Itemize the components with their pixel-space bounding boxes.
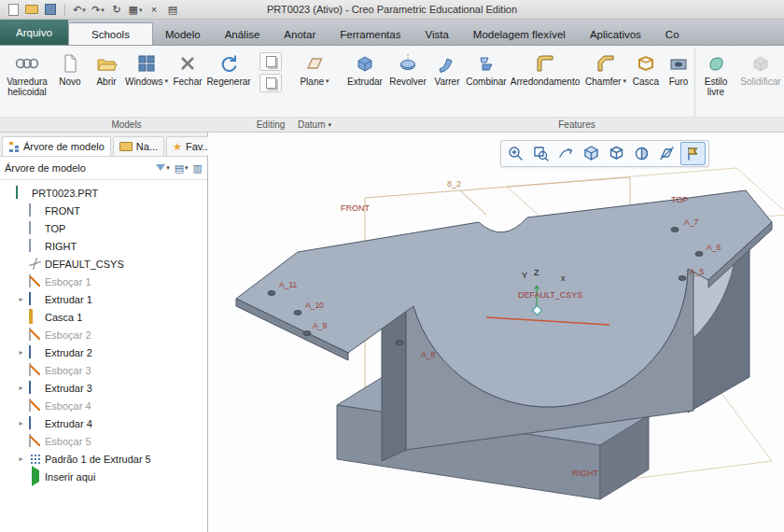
tree-item-right[interactable]: RIGHT <box>0 237 207 255</box>
tree-settings-button[interactable]: ▤▾ <box>175 162 189 175</box>
section-button[interactable] <box>630 143 653 164</box>
tab-aplicativos[interactable]: Aplicativos <box>578 23 653 45</box>
right-plane-label[interactable]: RIGHT <box>572 469 599 478</box>
windows-ribbon-button[interactable]: Windows▾ <box>125 48 168 117</box>
tab-ferramentas[interactable]: Ferramentas <box>328 23 413 45</box>
command-list-button[interactable]: ▤ <box>165 3 180 17</box>
annotation-label[interactable]: A_9 <box>313 321 327 330</box>
copy-button[interactable] <box>259 52 282 71</box>
tree-item-insert-here[interactable]: Inserir aqui <box>0 468 207 485</box>
zoom-in-button[interactable] <box>504 143 527 164</box>
expand-arrow-icon[interactable]: ▸ <box>17 348 25 357</box>
close-button[interactable]: Fechar <box>169 48 206 117</box>
annotation-label[interactable]: A_11 <box>279 280 297 289</box>
tab-na[interactable]: Na... <box>113 136 164 156</box>
tab-model-tree[interactable]: Árvore de modelo <box>2 136 111 156</box>
extrude-button[interactable]: Extrudar <box>343 48 386 117</box>
expand-arrow-icon[interactable]: ▸ <box>17 295 25 303</box>
extrude-icon <box>29 345 31 358</box>
columns-icon: ▥ <box>193 162 203 175</box>
open-button[interactable]: Abrir <box>89 48 124 117</box>
tab-arquivo[interactable]: Arquivo <box>0 20 68 45</box>
model-3d[interactable]: 8_2 <box>208 133 784 532</box>
tree-panel-tabs: Árvore de modelo Na... ★ Fav... <box>0 133 207 157</box>
tab-co-cut[interactable]: Co <box>653 23 692 45</box>
hole-button[interactable]: Furo <box>664 48 693 117</box>
redo-button[interactable]: ↷▾ <box>91 3 105 17</box>
dimension-label[interactable]: 8_2 <box>447 179 461 189</box>
freestyle-button[interactable]: Estilo livre <box>696 48 735 117</box>
datum-display-button[interactable] <box>655 143 679 164</box>
shell-button[interactable]: Casca <box>629 48 663 117</box>
tree-item-sketch5[interactable]: Esboçar 5 <box>0 432 207 450</box>
regenerate-ribbon-button[interactable]: Regenerar <box>207 48 250 117</box>
annotation-label[interactable]: A_7 <box>684 217 698 227</box>
tab-analise[interactable]: Análise <box>213 23 273 45</box>
top-plane-label[interactable]: TOP <box>671 195 688 204</box>
windows-button[interactable]: ▦▾ <box>128 3 143 17</box>
new-file-button[interactable] <box>6 3 21 17</box>
tree-icon <box>8 141 20 152</box>
annotation-label[interactable]: A_8 <box>421 350 435 359</box>
chamfer-icon <box>595 50 617 76</box>
insert-here-icon <box>32 466 39 486</box>
new-button[interactable]: Novo <box>52 48 88 117</box>
tab-schools[interactable]: Schools <box>68 22 153 45</box>
open-file-button[interactable] <box>24 3 39 17</box>
repaint-button[interactable] <box>554 143 578 164</box>
regenerate-button[interactable]: ↻ <box>109 3 124 17</box>
close-window-button[interactable]: × <box>147 3 161 17</box>
expand-arrow-icon[interactable]: ▸ <box>17 419 25 427</box>
tab-anotar[interactable]: Anotar <box>272 23 328 45</box>
tab-modelo[interactable]: Modelo <box>153 23 213 45</box>
datum-plane-button[interactable]: Plane▾ <box>291 48 338 117</box>
tab-vista[interactable]: Vista <box>413 23 460 45</box>
saved-views-button[interactable] <box>605 143 628 164</box>
tree-item-sketch1[interactable]: Esboçar 1 <box>0 273 207 290</box>
tree-item-sketch4[interactable]: Esboçar 4 <box>0 397 207 414</box>
round-button[interactable]: Arredondamento <box>508 48 582 117</box>
chevron-down-icon: ▾ <box>101 7 105 13</box>
helical-sweep-button[interactable]: Varredura helicoidal <box>3 48 51 117</box>
annotation-label[interactable]: A_6 <box>707 243 721 252</box>
display-style-button[interactable] <box>580 143 603 164</box>
graphics-viewport[interactable]: 8_2 <box>208 133 784 532</box>
sketch-icon <box>29 434 31 447</box>
tree-item-extrude2[interactable]: ▸Extrudar 2 <box>0 343 207 361</box>
annotation-label[interactable]: A_10 <box>305 301 324 310</box>
group-label-editing: Editing <box>253 117 288 132</box>
chevron-down-icon: ▾ <box>623 77 626 85</box>
paste-button[interactable] <box>259 74 282 92</box>
annotation-display-button[interactable] <box>680 142 706 165</box>
chamfer-button[interactable]: Chamfer▾ <box>583 48 628 117</box>
refit-button[interactable] <box>529 143 553 164</box>
tree-item-top[interactable]: TOP <box>0 219 207 237</box>
expand-arrow-icon[interactable]: ▸ <box>17 384 25 392</box>
tree-item-extrude4[interactable]: ▸Extrudar 4 <box>0 414 207 432</box>
tree-item-sketch2[interactable]: Esboçar 2 <box>0 326 207 343</box>
axis-label-x: x <box>561 273 566 283</box>
shell-icon <box>29 309 33 324</box>
tree-item-extrude1[interactable]: ▸Extrudar 1 <box>0 290 207 308</box>
sweep-button[interactable]: Varrer <box>429 48 465 117</box>
tree-item-csys[interactable]: DEFAULT_CSYS <box>0 255 207 273</box>
tree-item-front[interactable]: FRONT <box>0 202 207 219</box>
tree-panel-title: Árvore de modelo <box>5 162 86 174</box>
tree-item-extrude3[interactable]: ▸Extrudar 3 <box>0 379 207 397</box>
filter-button[interactable]: ▾ <box>156 164 170 172</box>
csys-icon <box>29 258 41 270</box>
save-button[interactable] <box>43 3 58 17</box>
tree-item-shell1[interactable]: Casca 1 <box>0 308 207 326</box>
csys-label: DEFAULT_CSYS <box>518 290 582 300</box>
blend-button[interactable]: Combinar <box>466 48 507 117</box>
list-icon: ▤ <box>168 5 177 15</box>
front-plane-label[interactable]: FRONT <box>341 203 370 213</box>
annotation-label[interactable]: A_5 <box>690 267 704 276</box>
tree-item-sketch3[interactable]: Esboçar 3 <box>0 361 207 379</box>
undo-button[interactable]: ↶▾ <box>72 3 87 17</box>
tree-columns-button[interactable]: ▥ <box>193 162 203 175</box>
tab-modelagem-flexivel[interactable]: Modelagem flexível <box>461 23 578 45</box>
tree-item-part[interactable]: PRT0023.PRT <box>0 184 207 202</box>
expand-arrow-icon[interactable]: ▸ <box>17 455 25 463</box>
revolve-button[interactable]: Revolver <box>387 48 428 117</box>
